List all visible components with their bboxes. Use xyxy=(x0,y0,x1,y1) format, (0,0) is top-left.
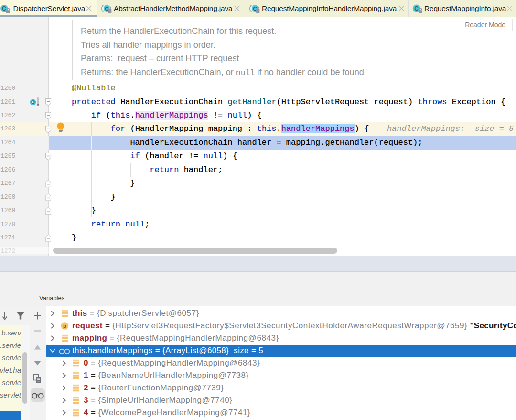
svg-text:p: p xyxy=(63,323,66,329)
svg-text:C: C xyxy=(414,5,419,12)
svg-text:C: C xyxy=(2,5,6,12)
